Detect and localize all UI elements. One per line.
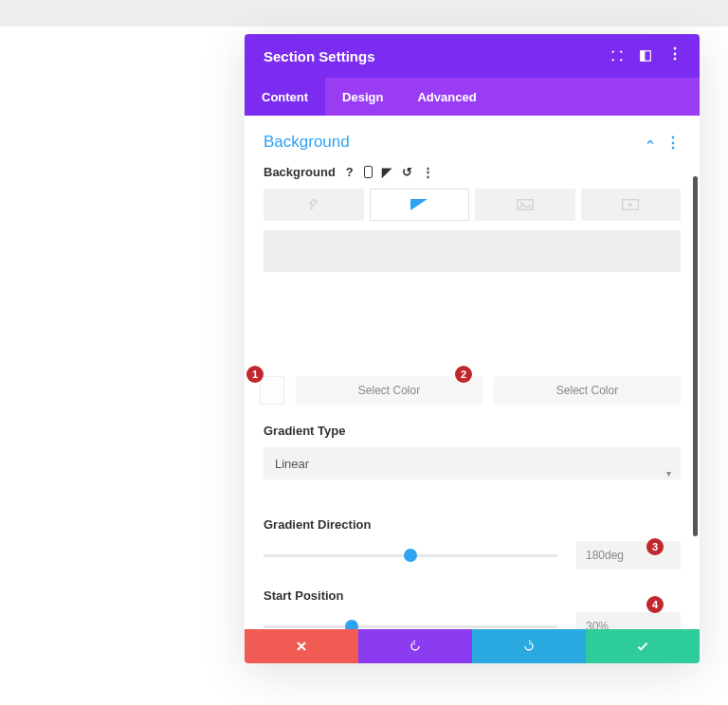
help-icon[interactable]: ?: [343, 166, 356, 179]
svg-marker-7: [629, 203, 633, 208]
bg-type-color[interactable]: [264, 189, 364, 221]
panel-header-icons: ⋮: [610, 49, 681, 63]
save-button[interactable]: [586, 629, 700, 663]
bg-type-tabs: [264, 189, 681, 221]
gradient-direction-row: [264, 541, 681, 569]
gradient-type-label: Gradient Type: [264, 424, 681, 438]
annotation-badge-1: 1: [246, 366, 264, 383]
device-icon[interactable]: [364, 166, 373, 178]
section-more-icon[interactable]: ⋮: [665, 134, 681, 152]
tab-content[interactable]: Content: [245, 78, 325, 116]
bg-type-video[interactable]: [581, 189, 682, 221]
gradient-preview: [264, 230, 681, 272]
tab-design[interactable]: Design: [325, 78, 400, 116]
annotation-badge-4: 4: [646, 596, 664, 613]
expand-icon[interactable]: [610, 49, 624, 63]
gradient-direction-slider[interactable]: [264, 546, 557, 565]
bg-type-image[interactable]: [475, 189, 575, 221]
panel-layout-icon[interactable]: [639, 49, 652, 63]
svg-rect-4: [518, 200, 534, 210]
undo-button[interactable]: [358, 629, 472, 663]
panel-title: Section Settings: [264, 48, 375, 64]
svg-rect-1: [641, 51, 646, 62]
panel-footer: [245, 629, 700, 663]
tab-bar: Content Design Advanced: [245, 78, 700, 116]
redo-button[interactable]: [472, 629, 586, 663]
start-position-label: Start Position: [264, 588, 681, 603]
background-field-row: Background ? ◤ ↺ ⋮: [264, 165, 681, 179]
section-head: Background ⋮: [264, 133, 681, 152]
select-color-2-button[interactable]: Select Color: [494, 376, 681, 405]
select-color-1-button[interactable]: Select Color: [296, 376, 482, 405]
tab-advanced[interactable]: Advanced: [400, 78, 493, 116]
field-more-icon[interactable]: ⋮: [422, 166, 435, 179]
settings-panel: Section Settings ⋮ Content Design Advanc…: [245, 34, 700, 663]
color-stop-row: Select Color Select Color: [260, 376, 681, 405]
gradient-direction-label: Gradient Direction: [264, 517, 681, 532]
gradient-type-select[interactable]: Linear: [264, 447, 681, 479]
panel-body: Background ⋮ Background ? ◤ ↺ ⋮: [245, 116, 700, 629]
panel-header: Section Settings ⋮: [245, 34, 700, 78]
section-title[interactable]: Background: [264, 133, 350, 152]
annotation-badge-2: 2: [455, 366, 472, 383]
start-position-value[interactable]: [576, 612, 681, 629]
start-position-row: [264, 612, 681, 629]
scrollbar[interactable]: [693, 176, 698, 536]
more-icon[interactable]: ⋮: [667, 49, 681, 63]
annotation-badge-3: 3: [646, 538, 664, 555]
svg-point-5: [520, 202, 522, 204]
page-topbar: [0, 0, 728, 27]
cancel-button[interactable]: [245, 629, 358, 663]
chevron-up-icon[interactable]: [645, 136, 656, 148]
color-swatch-1[interactable]: [260, 376, 284, 405]
reset-icon[interactable]: ↺: [401, 166, 414, 179]
hover-icon[interactable]: ◤: [380, 166, 393, 179]
background-label: Background: [264, 165, 336, 179]
gradient-direction-value[interactable]: [576, 541, 681, 569]
bg-type-gradient[interactable]: [370, 189, 470, 221]
start-position-slider[interactable]: [264, 617, 557, 629]
